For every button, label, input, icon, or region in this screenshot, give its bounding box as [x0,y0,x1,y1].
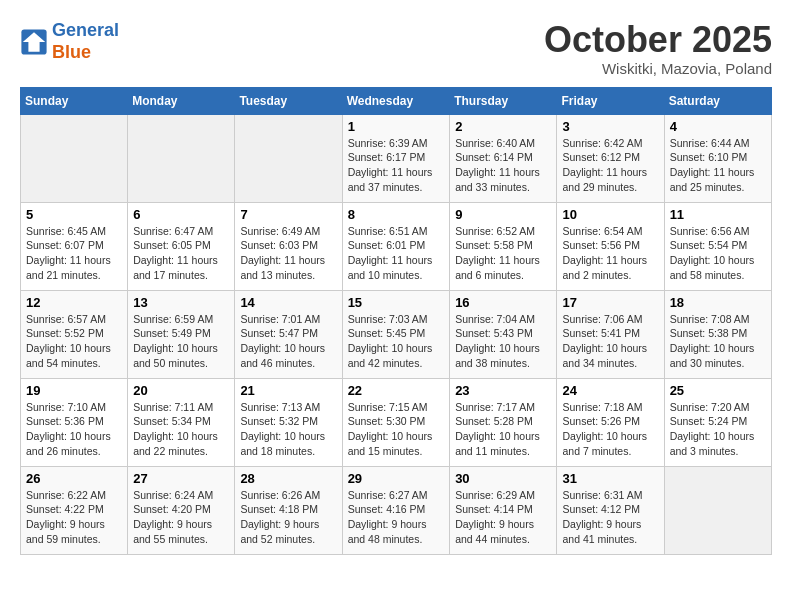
day-info: Sunrise: 7:01 AM Sunset: 5:47 PM Dayligh… [240,312,336,371]
day-number: 31 [562,471,658,486]
day-info: Sunrise: 7:11 AM Sunset: 5:34 PM Dayligh… [133,400,229,459]
day-info: Sunrise: 6:47 AM Sunset: 6:05 PM Dayligh… [133,224,229,283]
calendar-day-cell: 1Sunrise: 6:39 AM Sunset: 6:17 PM Daylig… [342,114,450,202]
day-number: 5 [26,207,122,222]
calendar-week-row: 5Sunrise: 6:45 AM Sunset: 6:07 PM Daylig… [21,202,772,290]
calendar-day-cell: 18Sunrise: 7:08 AM Sunset: 5:38 PM Dayli… [664,290,771,378]
calendar-day-cell: 8Sunrise: 6:51 AM Sunset: 6:01 PM Daylig… [342,202,450,290]
weekday-header-cell: Sunday [21,87,128,114]
day-number: 28 [240,471,336,486]
location-subtitle: Wiskitki, Mazovia, Poland [544,60,772,77]
day-info: Sunrise: 6:57 AM Sunset: 5:52 PM Dayligh… [26,312,122,371]
day-number: 23 [455,383,551,398]
day-info: Sunrise: 6:56 AM Sunset: 5:54 PM Dayligh… [670,224,766,283]
calendar-day-cell: 19Sunrise: 7:10 AM Sunset: 5:36 PM Dayli… [21,378,128,466]
day-info: Sunrise: 7:17 AM Sunset: 5:28 PM Dayligh… [455,400,551,459]
calendar-day-cell: 21Sunrise: 7:13 AM Sunset: 5:32 PM Dayli… [235,378,342,466]
title-block: October 2025 Wiskitki, Mazovia, Poland [544,20,772,77]
weekday-header-row: SundayMondayTuesdayWednesdayThursdayFrid… [21,87,772,114]
calendar-day-cell [21,114,128,202]
day-info: Sunrise: 7:18 AM Sunset: 5:26 PM Dayligh… [562,400,658,459]
day-number: 29 [348,471,445,486]
calendar-day-cell: 26Sunrise: 6:22 AM Sunset: 4:22 PM Dayli… [21,466,128,554]
day-number: 9 [455,207,551,222]
calendar-day-cell: 4Sunrise: 6:44 AM Sunset: 6:10 PM Daylig… [664,114,771,202]
day-number: 15 [348,295,445,310]
day-info: Sunrise: 6:59 AM Sunset: 5:49 PM Dayligh… [133,312,229,371]
day-info: Sunrise: 6:39 AM Sunset: 6:17 PM Dayligh… [348,136,445,195]
day-number: 18 [670,295,766,310]
day-number: 19 [26,383,122,398]
calendar-week-row: 1Sunrise: 6:39 AM Sunset: 6:17 PM Daylig… [21,114,772,202]
day-number: 17 [562,295,658,310]
day-number: 25 [670,383,766,398]
day-info: Sunrise: 6:29 AM Sunset: 4:14 PM Dayligh… [455,488,551,547]
day-info: Sunrise: 7:13 AM Sunset: 5:32 PM Dayligh… [240,400,336,459]
weekday-header-cell: Wednesday [342,87,450,114]
day-number: 8 [348,207,445,222]
day-info: Sunrise: 7:08 AM Sunset: 5:38 PM Dayligh… [670,312,766,371]
day-info: Sunrise: 7:03 AM Sunset: 5:45 PM Dayligh… [348,312,445,371]
day-number: 13 [133,295,229,310]
weekday-header-cell: Friday [557,87,664,114]
calendar-day-cell: 12Sunrise: 6:57 AM Sunset: 5:52 PM Dayli… [21,290,128,378]
calendar-week-row: 26Sunrise: 6:22 AM Sunset: 4:22 PM Dayli… [21,466,772,554]
calendar-day-cell: 24Sunrise: 7:18 AM Sunset: 5:26 PM Dayli… [557,378,664,466]
day-number: 1 [348,119,445,134]
day-info: Sunrise: 6:52 AM Sunset: 5:58 PM Dayligh… [455,224,551,283]
calendar-day-cell: 17Sunrise: 7:06 AM Sunset: 5:41 PM Dayli… [557,290,664,378]
day-number: 7 [240,207,336,222]
day-number: 6 [133,207,229,222]
calendar-day-cell: 9Sunrise: 6:52 AM Sunset: 5:58 PM Daylig… [450,202,557,290]
day-info: Sunrise: 6:31 AM Sunset: 4:12 PM Dayligh… [562,488,658,547]
day-number: 3 [562,119,658,134]
day-info: Sunrise: 7:15 AM Sunset: 5:30 PM Dayligh… [348,400,445,459]
day-info: Sunrise: 6:42 AM Sunset: 6:12 PM Dayligh… [562,136,658,195]
day-info: Sunrise: 6:27 AM Sunset: 4:16 PM Dayligh… [348,488,445,547]
day-info: Sunrise: 6:49 AM Sunset: 6:03 PM Dayligh… [240,224,336,283]
day-number: 2 [455,119,551,134]
day-number: 16 [455,295,551,310]
day-info: Sunrise: 6:51 AM Sunset: 6:01 PM Dayligh… [348,224,445,283]
day-info: Sunrise: 7:06 AM Sunset: 5:41 PM Dayligh… [562,312,658,371]
calendar-day-cell: 16Sunrise: 7:04 AM Sunset: 5:43 PM Dayli… [450,290,557,378]
calendar-day-cell: 15Sunrise: 7:03 AM Sunset: 5:45 PM Dayli… [342,290,450,378]
day-info: Sunrise: 6:44 AM Sunset: 6:10 PM Dayligh… [670,136,766,195]
calendar-day-cell: 28Sunrise: 6:26 AM Sunset: 4:18 PM Dayli… [235,466,342,554]
calendar-day-cell: 11Sunrise: 6:56 AM Sunset: 5:54 PM Dayli… [664,202,771,290]
calendar-day-cell: 14Sunrise: 7:01 AM Sunset: 5:47 PM Dayli… [235,290,342,378]
day-number: 4 [670,119,766,134]
calendar-day-cell: 20Sunrise: 7:11 AM Sunset: 5:34 PM Dayli… [128,378,235,466]
day-info: Sunrise: 7:20 AM Sunset: 5:24 PM Dayligh… [670,400,766,459]
calendar-week-row: 19Sunrise: 7:10 AM Sunset: 5:36 PM Dayli… [21,378,772,466]
day-number: 24 [562,383,658,398]
weekday-header-cell: Saturday [664,87,771,114]
day-info: Sunrise: 6:54 AM Sunset: 5:56 PM Dayligh… [562,224,658,283]
calendar-day-cell: 13Sunrise: 6:59 AM Sunset: 5:49 PM Dayli… [128,290,235,378]
logo-text: General Blue [52,20,119,63]
calendar-day-cell: 25Sunrise: 7:20 AM Sunset: 5:24 PM Dayli… [664,378,771,466]
weekday-header-cell: Monday [128,87,235,114]
calendar-day-cell: 31Sunrise: 6:31 AM Sunset: 4:12 PM Dayli… [557,466,664,554]
calendar-day-cell: 6Sunrise: 6:47 AM Sunset: 6:05 PM Daylig… [128,202,235,290]
month-title: October 2025 [544,20,772,60]
calendar-day-cell: 27Sunrise: 6:24 AM Sunset: 4:20 PM Dayli… [128,466,235,554]
day-info: Sunrise: 7:04 AM Sunset: 5:43 PM Dayligh… [455,312,551,371]
day-info: Sunrise: 6:22 AM Sunset: 4:22 PM Dayligh… [26,488,122,547]
day-number: 30 [455,471,551,486]
calendar-day-cell: 10Sunrise: 6:54 AM Sunset: 5:56 PM Dayli… [557,202,664,290]
day-number: 22 [348,383,445,398]
calendar-day-cell [235,114,342,202]
calendar-body: 1Sunrise: 6:39 AM Sunset: 6:17 PM Daylig… [21,114,772,554]
calendar-day-cell: 5Sunrise: 6:45 AM Sunset: 6:07 PM Daylig… [21,202,128,290]
calendar-week-row: 12Sunrise: 6:57 AM Sunset: 5:52 PM Dayli… [21,290,772,378]
calendar-day-cell: 2Sunrise: 6:40 AM Sunset: 6:14 PM Daylig… [450,114,557,202]
day-info: Sunrise: 6:45 AM Sunset: 6:07 PM Dayligh… [26,224,122,283]
calendar-table: SundayMondayTuesdayWednesdayThursdayFrid… [20,87,772,555]
logo-icon [20,28,48,56]
day-number: 26 [26,471,122,486]
calendar-day-cell [128,114,235,202]
day-info: Sunrise: 6:40 AM Sunset: 6:14 PM Dayligh… [455,136,551,195]
day-number: 12 [26,295,122,310]
calendar-day-cell: 22Sunrise: 7:15 AM Sunset: 5:30 PM Dayli… [342,378,450,466]
